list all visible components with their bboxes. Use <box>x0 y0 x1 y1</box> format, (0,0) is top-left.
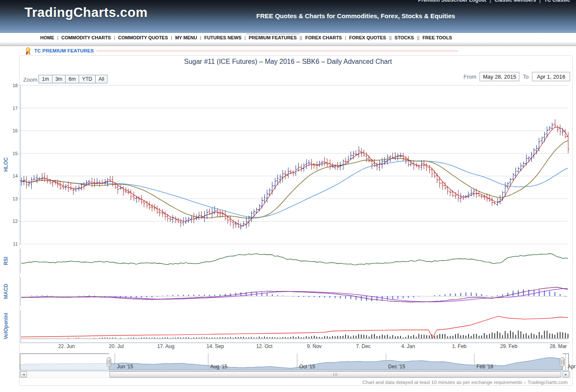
svg-text:MACD: MACD <box>3 284 9 299</box>
premium-features-label[interactable]: TC PREMIUM FEATURES <box>34 48 94 53</box>
top-links-bar: Premium Subscriber Logout|Classic Member… <box>418 0 571 3</box>
site-header: Premium Subscriber Logout|Classic Member… <box>0 0 576 33</box>
zoom-button-group: 1m 3m 6m YTD All <box>39 75 107 83</box>
nav-item-my-menu[interactable]: MY MENU <box>174 35 198 40</box>
from-label: From <box>460 74 480 80</box>
svg-text:17: 17 <box>13 106 18 111</box>
nav-separator-strip <box>0 42 576 46</box>
navigator-track[interactable] <box>20 354 569 370</box>
nav-separator: || <box>387 35 394 40</box>
to-date-input[interactable] <box>532 72 570 81</box>
nav-item-free-tools[interactable]: FREE TOOLS <box>422 35 453 40</box>
nav-item-home[interactable]: HOME <box>39 35 55 40</box>
main-nav-row: HOME|COMMODITY CHARTS|COMMODITY QUOTES|M… <box>39 33 453 42</box>
date-range-controls: From To <box>460 72 570 81</box>
nav-item-futures-news[interactable]: FUTURES NEWS <box>203 35 242 40</box>
top-links-separator: | <box>486 0 494 3</box>
chart-scrollbar[interactable]: ◄ ► <box>19 371 570 378</box>
premium-features-bar: TC PREMIUM FEATURES <box>25 47 94 55</box>
chart-plot-area[interactable] <box>21 85 568 343</box>
top-link-tc-classic[interactable]: TC Classic <box>544 0 570 3</box>
svg-text:RSI: RSI <box>3 257 9 265</box>
nav-item-stocks[interactable]: STOCKS <box>394 35 415 40</box>
chart-title: Sugar #11 (ICE Futures) – May 2016 – SBK… <box>0 58 576 66</box>
nav-separator: | <box>112 35 117 40</box>
zoom-label: Zoom <box>23 77 37 83</box>
svg-text:18: 18 <box>13 83 18 88</box>
premium-medal-icon <box>25 47 31 55</box>
svg-text:13: 13 <box>13 196 18 201</box>
svg-text:HLOC: HLOC <box>3 157 9 172</box>
site-logo[interactable]: TradingCharts.com <box>25 5 148 20</box>
nav-item-premium-features[interactable]: PREMIUM FEATURES <box>248 35 297 40</box>
nav-separator: | <box>198 35 203 40</box>
top-link-logout[interactable]: Premium Subscriber Logout <box>418 0 486 3</box>
nav-separator: | <box>169 35 174 40</box>
zoom-all-button[interactable]: All <box>95 75 107 83</box>
to-label: To <box>519 74 532 80</box>
handle-grip-icon <box>108 360 110 365</box>
handle-grip-icon <box>561 360 563 365</box>
scroll-left-button[interactable]: ◄ <box>20 371 27 378</box>
nav-separator: | <box>55 35 60 40</box>
svg-text:16: 16 <box>13 128 18 133</box>
thumb-grip-icon <box>333 373 337 376</box>
top-link-classic-members[interactable]: Classic Members <box>494 0 536 3</box>
site-tagline: FREE Quotes & Charts for Commodities, Fo… <box>256 12 455 19</box>
zoom-6m-button[interactable]: 6m <box>65 75 79 83</box>
nav-separator: || <box>415 35 422 40</box>
scrollbar-thumb[interactable] <box>110 371 561 378</box>
nav-separator: | <box>343 35 348 40</box>
nav-item-forex-charts[interactable]: FOREX CHARTS <box>304 35 343 40</box>
zoom-ytd-button[interactable]: YTD <box>79 75 96 83</box>
main-nav: HOME|COMMODITY CHARTS|COMMODITY QUOTES|M… <box>0 33 576 42</box>
svg-text:15: 15 <box>13 151 18 156</box>
navigator-left-handle[interactable] <box>107 357 111 367</box>
nav-item-commodity-quotes[interactable]: COMMODITY QUOTES <box>117 35 169 40</box>
svg-text:14: 14 <box>13 173 18 178</box>
nav-item-forex-quotes[interactable]: FOREX QUOTES <box>348 35 387 40</box>
navigator-right-handle[interactable] <box>560 357 565 367</box>
zoom-1m-button[interactable]: 1m <box>38 75 52 83</box>
chart-disclaimer: Chart and data delayed at least 10 minut… <box>19 378 572 385</box>
premium-rule-line <box>96 51 458 51</box>
top-links-separator: | <box>536 0 544 3</box>
svg-text:VolOpenInt: VolOpenInt <box>3 313 9 339</box>
zoom-3m-button[interactable]: 3m <box>52 75 66 83</box>
scroll-right-button[interactable]: ► <box>562 371 569 378</box>
svg-text:11: 11 <box>13 241 18 247</box>
nav-item-commodity-charts[interactable]: COMMODITY CHARTS <box>60 35 112 40</box>
nav-separator: | <box>242 35 248 40</box>
nav-separator: || <box>298 35 304 40</box>
svg-text:12: 12 <box>13 219 18 224</box>
from-date-input[interactable] <box>480 72 519 81</box>
